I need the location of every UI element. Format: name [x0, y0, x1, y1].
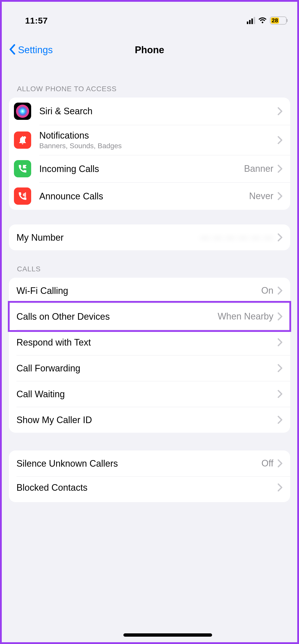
row-show-my-caller-id[interactable]: Show My Caller ID: [9, 407, 290, 433]
row-label: Notifications: [39, 130, 277, 141]
chevron-right-icon: [277, 164, 283, 173]
chevron-right-icon: [277, 483, 283, 492]
status-bar: 11:57 28: [2, 2, 297, 32]
status-time: 11:57: [25, 16, 48, 26]
row-respond-with-text[interactable]: Respond with Text: [9, 329, 290, 355]
chevron-right-icon: [277, 233, 283, 242]
row-calls-on-other-devices[interactable]: Calls on Other Devices When Nearby: [9, 304, 290, 329]
row-detail: Banner: [244, 163, 273, 174]
row-announce-calls[interactable]: Announce Calls Never: [9, 182, 290, 210]
svg-point-0: [23, 136, 26, 139]
row-notifications[interactable]: Notifications Banners, Sounds, Badges: [9, 125, 290, 155]
row-label: Siri & Search: [39, 106, 277, 117]
back-button[interactable]: Settings: [9, 43, 53, 57]
group-calls: Wi-Fi Calling On Calls on Other Devices …: [9, 278, 290, 433]
battery-percentage: 28: [272, 17, 278, 24]
row-blocked-contacts[interactable]: Blocked Contacts: [9, 476, 290, 502]
row-detail-redacted: — — — — — —: [200, 232, 273, 243]
chevron-right-icon: [277, 338, 283, 347]
notifications-icon: [14, 131, 31, 149]
section-header-calls: CALLS: [2, 250, 297, 278]
incoming-calls-icon: [14, 160, 31, 177]
row-silence-unknown-callers[interactable]: Silence Unknown Callers Off: [9, 450, 290, 476]
row-sublabel: Banners, Sounds, Badges: [39, 142, 277, 150]
back-label: Settings: [18, 45, 53, 55]
row-detail: Off: [261, 458, 273, 469]
chevron-right-icon: [277, 136, 283, 144]
row-my-number[interactable]: My Number — — — — — —: [9, 224, 290, 250]
chevron-right-icon: [277, 286, 283, 295]
section-header-access: ALLOW PHONE TO ACCESS: [2, 63, 297, 98]
row-wifi-calling[interactable]: Wi-Fi Calling On: [9, 278, 290, 304]
row-label: Announce Calls: [39, 191, 249, 202]
row-detail: On: [261, 285, 273, 296]
chevron-right-icon: [277, 459, 283, 468]
row-label: Incoming Calls: [39, 163, 244, 174]
row-label: My Number: [16, 232, 200, 243]
row-detail: When Nearby: [218, 311, 273, 322]
row-label: Respond with Text: [16, 337, 277, 348]
chevron-right-icon: [277, 192, 283, 200]
group-access: Siri & Search Notifications Banners, Sou…: [9, 98, 290, 210]
row-label: Blocked Contacts: [16, 482, 277, 493]
battery-icon: 28: [270, 16, 287, 25]
nav-header: Settings Phone: [2, 37, 297, 63]
chevron-right-icon: [277, 390, 283, 398]
row-incoming-calls[interactable]: Incoming Calls Banner: [9, 155, 290, 182]
chevron-left-icon: [9, 43, 15, 57]
row-siri-search[interactable]: Siri & Search: [9, 98, 290, 125]
row-label: Call Waiting: [16, 389, 277, 400]
group-my-number: My Number — — — — — —: [9, 224, 290, 250]
row-label: Silence Unknown Callers: [16, 458, 261, 469]
group-silence: Silence Unknown Callers Off Blocked Cont…: [9, 450, 290, 502]
wifi-icon: [258, 16, 267, 26]
row-label: Calls on Other Devices: [16, 311, 218, 322]
status-right: 28: [247, 16, 287, 26]
row-label: Call Forwarding: [16, 363, 277, 374]
chevron-right-icon: [277, 415, 283, 424]
home-indicator: [123, 633, 212, 637]
announce-calls-icon: [14, 187, 31, 205]
siri-icon: [14, 103, 31, 120]
chevron-right-icon: [277, 107, 283, 116]
row-detail: Never: [249, 191, 273, 201]
row-call-waiting[interactable]: Call Waiting: [9, 381, 290, 407]
row-label: Show My Caller ID: [16, 414, 277, 425]
chevron-right-icon: [277, 364, 283, 372]
chevron-right-icon: [277, 312, 283, 321]
row-call-forwarding[interactable]: Call Forwarding: [9, 355, 290, 381]
row-label: Wi-Fi Calling: [16, 285, 261, 296]
cellular-signal-icon: [247, 17, 255, 24]
